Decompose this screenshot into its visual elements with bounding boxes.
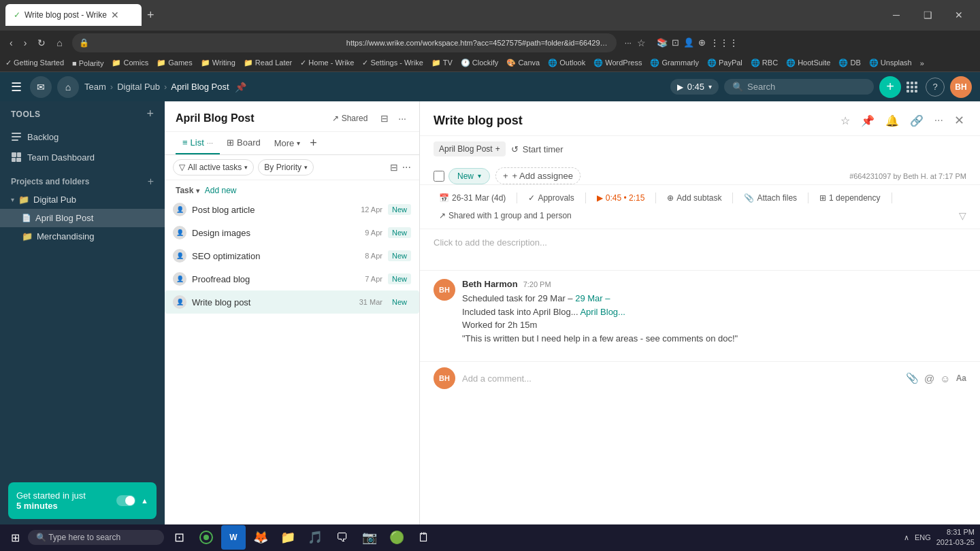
tools-add-icon[interactable]: + — [146, 107, 154, 121]
bookmark-db[interactable]: 🌐 DB — [838, 59, 860, 67]
maximize-button[interactable]: ❑ — [912, 4, 943, 26]
description-area[interactable]: Click to add the description... — [420, 229, 980, 270]
sidebar-toggle[interactable]: ⋮⋮⋮ — [710, 37, 738, 48]
add-subtask-btn[interactable]: ⊕ Add subtask — [662, 190, 727, 205]
attach-files-btn[interactable]: 📎 Attach files — [738, 190, 802, 205]
filter-results-icon[interactable]: ▽ — [959, 210, 966, 221]
library-icon[interactable]: 📚 — [657, 37, 668, 48]
format-text-icon[interactable]: Aa — [956, 373, 966, 383]
status-button[interactable]: New ▾ — [448, 168, 490, 184]
hamburger-menu[interactable]: ☰ — [8, 77, 24, 97]
start-button[interactable]: ⊞ — [5, 529, 25, 547]
bookmark-grammarly[interactable]: 🌐 Grammarly — [650, 59, 698, 67]
user-icon[interactable]: 👤 — [683, 37, 694, 48]
projects-add-icon[interactable]: + — [148, 176, 154, 188]
mail-icon[interactable]: ✉ — [30, 76, 52, 98]
add-button[interactable]: + — [879, 76, 901, 98]
search-bar[interactable]: 🔍 Search — [724, 79, 874, 95]
tab-more[interactable]: More ▾ — [267, 133, 308, 154]
home-app-icon[interactable]: ⌂ — [57, 76, 79, 98]
bookmark-hootsuite[interactable]: 🌐 HootSuite — [786, 59, 830, 67]
taskbar-app4[interactable]: 🟢 — [385, 525, 409, 550]
task-complete-checkbox[interactable] — [434, 171, 444, 182]
add-new-task-link[interactable]: Add new — [205, 186, 237, 195]
table-row[interactable]: 👤 Design images 9 Apr New — [165, 221, 419, 244]
bookmark-getting-started[interactable]: ✓ Getting Started — [5, 59, 64, 67]
taskbar-app2[interactable]: 🗨 — [330, 525, 355, 550]
approvals-btn[interactable]: ✓ Approvals — [523, 190, 579, 205]
tab-list[interactable]: ≡ List ··· — [176, 132, 220, 154]
taskbar-folder[interactable]: 📁 — [276, 525, 300, 550]
comment-link-2[interactable]: April Blog... — [580, 307, 625, 317]
bookmark-wordpress[interactable]: 🌐 WordPress — [593, 59, 642, 67]
filter-adjust-icon[interactable]: ⊟ — [390, 162, 398, 173]
dependency-btn[interactable]: ⊞ 1 dependency — [814, 190, 885, 205]
mention-icon[interactable]: @ — [924, 373, 934, 384]
taskbar-chrome[interactable] — [194, 525, 218, 550]
sidebar-folder-digital-pub[interactable]: ▾ 📁 Digital Pub — [0, 190, 165, 209]
copy-icon[interactable]: ⊟ — [378, 111, 391, 126]
bookmark-comics[interactable]: 📁 Comics — [112, 59, 148, 67]
bookmark-settings-wrike[interactable]: ✓ Settings - Wrike — [362, 59, 423, 67]
bookmark-home-wrike[interactable]: ✓ Home - Wrike — [300, 59, 354, 67]
bookmark-read-later[interactable]: 📁 Read Later — [244, 59, 292, 67]
sidebar-file-april-blog[interactable]: 📄 April Blog Post — [0, 209, 165, 227]
refresh-button[interactable]: ↻ — [33, 35, 50, 51]
close-button[interactable]: ✕ — [943, 4, 975, 26]
grid-icon[interactable] — [906, 82, 920, 93]
systray-expand[interactable]: ∧ — [904, 533, 909, 542]
date-range-btn[interactable]: 📅 26-31 Mar (4d) — [434, 190, 511, 205]
table-row[interactable]: 👤 Post blog article 12 Apr New — [165, 198, 419, 221]
address-bar[interactable]: 🔒 https://www.wrike.com/workspace.htm?ac… — [72, 33, 617, 52]
bookmark-more[interactable]: » — [920, 59, 924, 67]
star-icon[interactable]: ☆ — [838, 112, 852, 129]
attach-comment-icon[interactable]: 📎 — [906, 372, 919, 384]
bookmark-outlook[interactable]: 🌐 Outlook — [548, 59, 585, 67]
breadcrumb-team[interactable]: Team — [84, 82, 106, 92]
bookmark-icon[interactable]: ☆ — [637, 37, 646, 48]
bookmark-rbc[interactable]: 🌐 RBC — [751, 59, 778, 67]
user-avatar[interactable]: BH — [950, 76, 972, 98]
tab-close-icon[interactable]: ✕ — [111, 10, 119, 20]
comment-input[interactable] — [462, 369, 899, 388]
add-assignee-button[interactable]: + + Add assignee — [495, 167, 581, 184]
pin-task-icon[interactable]: 📌 — [859, 112, 877, 129]
emoji-icon[interactable]: ☺ — [940, 373, 950, 384]
folder-tag[interactable]: April Blog Post + — [434, 141, 506, 156]
shared-button[interactable]: ↗ Shared — [327, 111, 374, 126]
more-dots-icon[interactable]: ··· — [396, 111, 408, 126]
task-type-select[interactable]: Task ▾ — [176, 186, 199, 195]
comment-link-1[interactable]: 29 Mar – — [575, 293, 610, 303]
bookmark-polarity[interactable]: ■ Polarity — [72, 59, 103, 67]
link-icon[interactable]: 🔗 — [908, 112, 926, 129]
timer-display[interactable]: ▶ 0:45 ▾ — [670, 79, 719, 95]
home-button[interactable]: ⌂ — [52, 35, 66, 51]
table-row[interactable]: 👤 Write blog post 31 Mar New — [165, 290, 419, 314]
get-started-chevron-icon[interactable]: ▲ — [141, 497, 148, 505]
sidebar-folder-merchandising[interactable]: 📁 Merchandising — [0, 227, 165, 246]
breadcrumb-current[interactable]: April Blog Post — [171, 82, 229, 92]
sidebar-item-team-dashboard[interactable]: Team Dashboard — [0, 147, 165, 167]
forward-button[interactable]: › — [20, 35, 31, 51]
profile-icon[interactable]: ⊕ — [698, 37, 706, 48]
taskbar-app3[interactable]: 📷 — [357, 525, 382, 550]
notification-icon[interactable]: 🔔 — [883, 112, 901, 129]
bookmark-paypal[interactable]: 🌐 PayPal — [707, 59, 742, 67]
filter-by-priority[interactable]: By Priority ▾ — [258, 159, 314, 176]
taskbar-firefox[interactable]: 🦊 — [248, 525, 273, 550]
browser-tab[interactable]: ✓ Write blog post - Wrike ✕ — [5, 4, 142, 26]
pin-icon[interactable]: 📌 — [235, 82, 246, 93]
tab-board[interactable]: ⊞ Board — [220, 132, 267, 154]
sidebar-item-backlog[interactable]: Backlog — [0, 127, 165, 147]
taskbar-task-view[interactable]: ⊡ — [167, 525, 191, 550]
extensions-icon[interactable]: ··· — [625, 38, 632, 48]
breadcrumb-digital-pub[interactable]: Digital Pub — [117, 82, 160, 92]
shared-task-btn[interactable]: ↗ Shared with 1 group and 1 person — [434, 208, 577, 223]
list-tab-dots[interactable]: ··· — [207, 139, 213, 147]
filter-active-tasks[interactable]: ▽ All active tasks ▾ — [173, 159, 254, 176]
filter-more-icon[interactable]: ··· — [402, 161, 411, 173]
taskbar-app1[interactable]: 🎵 — [303, 525, 327, 550]
minimize-button[interactable]: ─ — [881, 4, 912, 26]
back-button[interactable]: ‹ — [5, 35, 17, 51]
table-row[interactable]: 👤 SEO optimization 8 Apr New — [165, 244, 419, 267]
